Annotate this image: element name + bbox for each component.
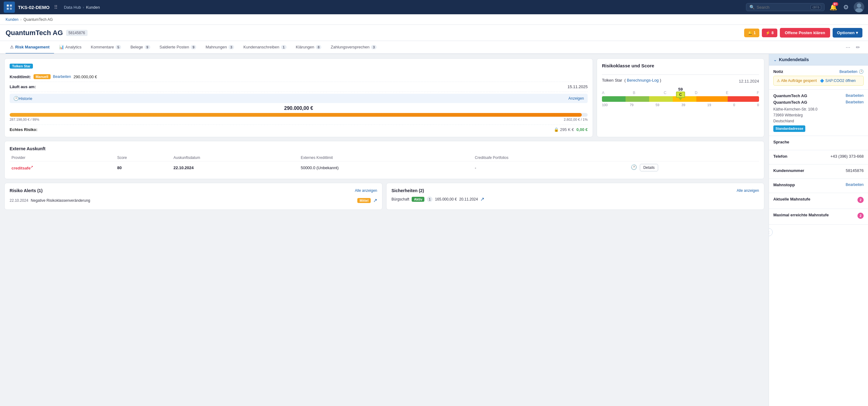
company-row: QuantumTech AG Bearbeiten xyxy=(773,93,864,98)
tab-klarungen[interactable]: Klärungen 8 xyxy=(291,41,326,54)
tab-analytics-label: Analytics xyxy=(65,45,82,49)
kreditlimit-edit-link[interactable]: Bearbeiten xyxy=(53,74,71,79)
externe-table-header: Provider Score Auskunftsdatum Externes K… xyxy=(10,154,759,161)
kundennummer-value: 58145876 xyxy=(846,168,864,173)
notiz-edit-link[interactable]: Bearbeiten xyxy=(839,69,858,74)
details-cell: 🕐 Details xyxy=(629,161,759,174)
sap-link[interactable]: SAP:COO2 öffnen xyxy=(825,79,856,83)
sicherheiten-card: Sicherheiten (2) Alle anzeigen Bürgschaf… xyxy=(386,183,764,210)
tab-kommentare[interactable]: Kommentare 5 xyxy=(87,41,126,54)
sicherheiten-header: Sicherheiten (2) Alle anzeigen xyxy=(392,188,759,193)
nav-breadcrumb: Data Hub › Kunden xyxy=(64,5,100,10)
telefon-section: Telefon +43 (396) 373-668 xyxy=(769,150,868,164)
mahnstopp-edit-link[interactable]: Bearbeiten xyxy=(846,183,864,187)
history-row[interactable]: 🕐 Historie Anzeigen xyxy=(10,94,588,103)
tab-klarungen-label: Klärungen xyxy=(296,45,314,49)
progress-filled-label: 287.198,00 € / 99% xyxy=(10,118,39,121)
externe-score: 80 xyxy=(117,165,121,170)
tab-mahnungen[interactable]: Mahnungen 3 xyxy=(201,41,239,54)
tab-analytics[interactable]: 📊 Analytics xyxy=(55,41,86,54)
mahnstopp-row: Mahnstopp Bearbeiten xyxy=(773,183,864,187)
provider-cell: creditsafe↗ xyxy=(10,161,115,174)
tab-mahnungen-label: Mahnungen xyxy=(206,45,227,49)
alert-orange-button[interactable]: 🔔 1 xyxy=(744,29,760,37)
svg-marker-1 xyxy=(10,5,12,6)
refresh-icon[interactable]: 🕐 xyxy=(631,164,637,170)
mahnstopp-section: Mahnstopp Bearbeiten xyxy=(769,179,868,193)
externe-row: creditsafe↗ 80 22.10.2024 50000.0 (Unbek… xyxy=(10,161,759,174)
tab-kundenanschreiben[interactable]: Kundenanschreiben 1 xyxy=(239,41,291,54)
address-row: QuantumTech AG Bearbeiten Käthe-Kernchen… xyxy=(773,100,864,132)
notiz-history-icon[interactable]: 🕐 xyxy=(859,69,864,74)
address-street: Käthe-Kernchen-Str. 108.0 xyxy=(773,106,864,112)
risk-subtitle: Tolken Star ( Berechnungs-Log ) xyxy=(602,78,661,83)
tab-risk-management[interactable]: ⚠ Risk Management xyxy=(6,41,54,54)
sicherheit-nav-icon[interactable]: ↗ xyxy=(480,196,484,202)
tab-kundenanschreiben-label: Kundenanschreiben xyxy=(243,45,279,49)
col-actions xyxy=(629,154,759,161)
externe-header: Externe Auskunft xyxy=(10,146,759,151)
card-tag: Tolken Star xyxy=(10,64,33,69)
score-numbers: 100 79 59 39 19 0 0 xyxy=(602,103,759,107)
breadcrumb-kunden[interactable]: Kunden xyxy=(6,18,18,22)
max-mahnstufe-label: Maximal erreichte Mahnstufe xyxy=(773,213,829,217)
sicherheit-status: Aktiv xyxy=(412,197,424,202)
mahnstufe-label: Aktuelle Mahnstufe xyxy=(773,197,810,201)
sicherheit-type: Bürgschaft xyxy=(392,197,409,201)
portfolios-cell: - xyxy=(473,161,629,174)
lauft-label: Läuft aus am: xyxy=(10,85,36,89)
risiko-title: Risiko Alerts (1) xyxy=(10,188,42,193)
history-show-link[interactable]: Anzeigen xyxy=(568,96,584,100)
tab-zahlungsversprechen[interactable]: Zahlungsversprechen 3 xyxy=(326,41,381,54)
avatar[interactable] xyxy=(854,2,864,12)
notiz-warning: ⚠ Alle Aufträge gesperrt xyxy=(777,79,817,83)
tab-kommentare-label: Kommentare xyxy=(91,45,114,49)
sicherheiten-alle-link[interactable]: Alle anzeigen xyxy=(737,188,759,193)
sicherheit-item: Bürgschaft Aktiv 1 165.000,00 € 20.11.20… xyxy=(392,196,759,202)
tabs-bar: ⚠ Risk Management 📊 Analytics Kommentare… xyxy=(0,41,868,54)
mahnstufe-badge: 2 xyxy=(858,197,864,203)
optionen-button[interactable]: Optionen ▾ xyxy=(833,28,862,37)
svg-marker-3 xyxy=(10,8,12,10)
sidebar-collapse-button[interactable]: ‹ xyxy=(769,228,773,236)
bell-alert-icon: 🔔 xyxy=(748,31,752,35)
search-input[interactable] xyxy=(756,5,809,10)
col-portfolios: Creditsafe Portfolios xyxy=(473,154,629,161)
sidebar-header: ⌄ Kundendetails xyxy=(769,54,868,65)
tabs-edit-icon[interactable]: ✏ xyxy=(854,42,862,53)
berechnungs-log-link[interactable]: Berechnungs-Log xyxy=(627,78,659,83)
company-edit-link[interactable]: Bearbeiten xyxy=(846,93,864,98)
risk-date: 12.11.2024 xyxy=(739,79,759,84)
risk-tab-icon: ⚠ xyxy=(10,45,14,49)
main-layout: Tolken Star Kreditlimit: Manuell Bearbei… xyxy=(0,54,868,406)
tab-belege[interactable]: Belege 9 xyxy=(126,41,155,54)
kreditlimit-amount: 290.000,00 € xyxy=(73,74,97,79)
alert-red-button[interactable]: ⚡ 8 xyxy=(762,29,777,37)
address-edit-link[interactable]: Bearbeiten xyxy=(846,100,864,104)
echtes-label: Echtes Risiko: xyxy=(10,127,37,132)
alert-text: Negative Risikoklassenveränderung xyxy=(31,198,355,203)
sicherheit-amount: 165.000,00 € xyxy=(435,197,457,201)
lauft-value: 15.11.2025 xyxy=(567,85,588,89)
notification-badge: 9+ xyxy=(833,2,838,6)
tabs-more-icon[interactable]: ··· xyxy=(843,41,853,53)
risiko-alle-link[interactable]: Alle anzeigen xyxy=(355,188,377,193)
bottom-grid: Risiko Alerts (1) Alle anzeigen 22.10.20… xyxy=(4,183,764,210)
echtes-k: 🔒 295 K € xyxy=(554,127,574,132)
nav-data-hub[interactable]: Data Hub xyxy=(64,5,81,10)
notifications-bell[interactable]: 🔔 9+ xyxy=(828,2,839,13)
search-box: 🔍 ctrl b xyxy=(746,3,825,11)
app-logo[interactable] xyxy=(4,2,15,13)
notiz-section: Notiz Bearbeiten 🕐 ⚠ Alle Aufträge gespe… xyxy=(769,65,868,90)
breadcrumb-sep: › xyxy=(20,18,22,22)
sidebar-title: Kundendetails xyxy=(779,57,809,62)
alert-nav-icon[interactable]: ↗ xyxy=(373,197,377,203)
settings-icon[interactable]: ⚙ xyxy=(843,3,849,11)
offene-posten-button[interactable]: Offene Posten klären xyxy=(780,28,830,37)
zahlungsversprechen-badge: 3 xyxy=(371,45,377,49)
details-button[interactable]: Details xyxy=(640,164,658,171)
max-mahnstufe-badge: 2 xyxy=(858,213,864,219)
score-seg-b xyxy=(625,96,649,102)
notiz-label: Notiz xyxy=(773,69,783,74)
tab-saldierte[interactable]: Saldierte Posten 9 xyxy=(155,41,201,54)
